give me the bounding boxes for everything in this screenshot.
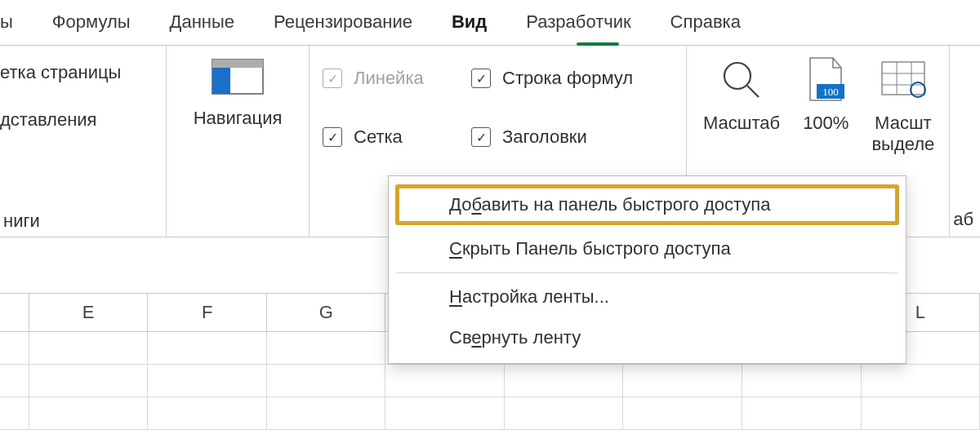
views-group-label: ниги xyxy=(0,210,158,232)
navigation-button[interactable]: Навигация xyxy=(194,54,283,129)
navigation-group: Навигация xyxy=(167,46,310,237)
tab-help[interactable]: Справка xyxy=(670,11,741,44)
gridlines-label: Сетка xyxy=(354,126,403,148)
headings-checkbox[interactable]: ✓ Заголовки xyxy=(471,126,673,148)
headings-label: Заголовки xyxy=(502,126,587,148)
checkbox-icon: ✓ xyxy=(323,69,342,88)
tab-formulas[interactable]: Формулы xyxy=(52,11,131,44)
ruler-label: Линейка xyxy=(354,68,424,89)
cell[interactable] xyxy=(267,397,386,429)
zoom-label: Масштаб xyxy=(703,113,780,134)
tab-review[interactable]: Рецензирование xyxy=(274,11,412,44)
cell[interactable] xyxy=(148,397,267,429)
grid-row xyxy=(0,397,980,430)
zoom-100-label: 100% xyxy=(803,113,849,134)
cell[interactable] xyxy=(0,397,29,429)
svg-rect-2 xyxy=(212,60,263,68)
zoom-selection-label: Масшт выделе xyxy=(871,113,934,156)
col-header[interactable]: F xyxy=(148,294,267,331)
cell[interactable] xyxy=(742,397,862,429)
cell[interactable] xyxy=(148,332,267,364)
ribbon-context-menu: Добавить на панель быстрого доступа Скры… xyxy=(388,175,906,364)
cell[interactable] xyxy=(385,365,505,396)
cell[interactable] xyxy=(623,397,742,429)
cell[interactable] xyxy=(0,332,29,364)
custom-views-partial[interactable]: дставления xyxy=(0,101,158,148)
cell[interactable] xyxy=(742,365,862,396)
zoom-group-footer: аб xyxy=(953,209,973,230)
svg-text:100: 100 xyxy=(823,86,840,98)
cell[interactable] xyxy=(267,332,386,364)
tab-developer[interactable]: Разработчик xyxy=(526,11,630,44)
views-group: етка страницы дставления ниги xyxy=(0,46,167,237)
magnifier-icon xyxy=(719,54,764,106)
checkbox-icon: ✓ xyxy=(323,127,342,147)
cell[interactable] xyxy=(505,365,624,396)
ribbon-tabs: ы Формулы Данные Рецензирование Вид Разр… xyxy=(0,0,980,46)
cell[interactable] xyxy=(148,365,267,396)
page-layout-partial[interactable]: етка страницы xyxy=(0,54,158,101)
menu-customize-ribbon[interactable]: Настройка ленты... xyxy=(389,277,906,317)
cell[interactable] xyxy=(267,365,386,396)
gridlines-checkbox[interactable]: ✓ Сетка xyxy=(323,126,445,148)
formula-bar-checkbox[interactable]: ✓ Строка формул xyxy=(471,68,673,89)
cell[interactable] xyxy=(29,397,149,429)
col-header-partial[interactable] xyxy=(0,294,29,331)
tab-data[interactable]: Данные xyxy=(170,11,234,44)
svg-rect-7 xyxy=(882,62,924,95)
formula-bar-label: Строка формул xyxy=(502,68,633,89)
tab-view[interactable]: Вид xyxy=(452,11,487,44)
svg-line-4 xyxy=(747,86,759,97)
col-header[interactable]: G xyxy=(267,294,386,331)
navigation-label: Навигация xyxy=(194,108,283,129)
navigation-icon xyxy=(209,54,266,100)
checkbox-icon: ✓ xyxy=(471,127,491,147)
cell[interactable] xyxy=(862,397,981,429)
cell[interactable] xyxy=(862,365,981,396)
cell[interactable] xyxy=(0,365,29,396)
page-100-icon: 100 xyxy=(805,54,846,106)
cell[interactable] xyxy=(29,365,149,396)
menu-hide-qat[interactable]: Скрыть Панель быстрого доступа xyxy=(389,228,906,269)
grid-row xyxy=(0,365,980,397)
svg-point-3 xyxy=(724,63,751,89)
col-header[interactable]: E xyxy=(29,294,149,331)
cell[interactable] xyxy=(385,397,505,429)
menu-add-to-qat[interactable]: Добавить на панель быстрого доступа xyxy=(395,184,899,225)
cell[interactable] xyxy=(623,365,742,396)
cell[interactable] xyxy=(29,332,149,364)
ruler-checkbox: ✓ Линейка xyxy=(323,68,445,89)
checkbox-icon: ✓ xyxy=(471,69,491,88)
grid-icon xyxy=(880,54,926,106)
cell[interactable] xyxy=(505,397,624,429)
tab-partial[interactable]: ы xyxy=(0,11,13,44)
menu-separator xyxy=(397,272,898,273)
menu-collapse-ribbon[interactable]: Свернуть ленту xyxy=(389,317,906,358)
